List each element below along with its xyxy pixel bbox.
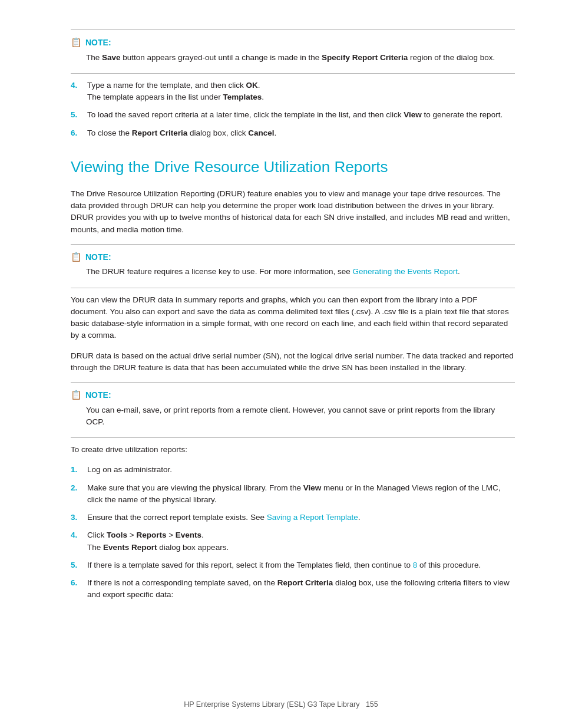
page: 📋 NOTE: The Save button appears grayed-o…	[0, 0, 562, 728]
step-3-num: 3.	[71, 512, 81, 523]
step-5: 5. To load the saved report criteria at …	[71, 109, 515, 121]
step-4: 4. Type a name for the template, and the…	[71, 80, 515, 104]
step-1: 1. Log on as administrator.	[71, 464, 515, 476]
divider-before-note3	[71, 382, 515, 383]
note-label-2: NOTE:	[85, 251, 111, 263]
section-intro: The Drive Resource Utilization Reporting…	[71, 188, 515, 236]
page-number: 155	[366, 700, 378, 709]
step-4-num: 4.	[71, 80, 81, 104]
step-2-view: View	[303, 483, 322, 492]
step-6: 6. To close the Report Criteria dialog b…	[71, 127, 515, 139]
generating-events-link[interactable]: Generating the Events Report	[352, 267, 458, 276]
step-4b-content: Click Tools > Reports > Events. The Even…	[87, 529, 515, 554]
note-icon-1: 📋	[71, 36, 82, 50]
step-5-num: 5.	[71, 109, 81, 121]
step-6-content: To close the Report Criteria dialog box,…	[87, 127, 515, 139]
steps-top: 4. Type a name for the template, and the…	[71, 80, 515, 139]
top-divider	[71, 29, 515, 30]
step-1-num: 1.	[71, 464, 81, 476]
steps-list: 1. Log on as administrator. 2. Make sure…	[71, 464, 515, 601]
note-body-3: You can e-mail, save, or print reports f…	[71, 404, 515, 429]
step-4-ok: OK	[246, 81, 257, 90]
step-6b: 6. If there is not a corresponding templ…	[71, 577, 515, 601]
step-4b-reports: Reports	[136, 531, 166, 539]
divider-after-note2	[71, 288, 515, 288]
step-5-view: View	[404, 110, 422, 119]
step-4-content: Type a name for the template, and then c…	[87, 80, 515, 104]
divider-before-note2	[71, 244, 515, 245]
step-6b-content: If there is not a corresponding template…	[87, 577, 515, 601]
step-2-content: Make sure that you are viewing the physi…	[87, 482, 515, 506]
step-6-num: 6.	[71, 127, 81, 139]
page-footer: HP Enterprise Systems Library (ESL) G3 T…	[0, 699, 562, 710]
note-header-2: 📋 NOTE:	[71, 251, 515, 264]
note-label-3: NOTE:	[85, 389, 111, 401]
step-2: 2. Make sure that you are viewing the ph…	[71, 482, 515, 506]
step-4b: 4. Click Tools > Reports > Events. The E…	[71, 529, 515, 554]
step-6-cancel: Cancel	[248, 129, 274, 137]
footer-text: HP Enterprise Systems Library (ESL) G3 T…	[184, 700, 359, 709]
step-4b-events-report: Events Report	[103, 543, 157, 552]
step-4b-events: Events	[176, 531, 201, 539]
step-6b-num: 6.	[71, 577, 81, 601]
step-5b-content: If there is a template saved for this re…	[87, 559, 515, 571]
instructions-intro: To create drive utilization reports:	[71, 444, 515, 456]
step-6-criteria: Report Criteria	[132, 129, 188, 137]
section-title: Viewing the Drive Resource Utilization R…	[71, 156, 515, 179]
step-1-content: Log on as administrator.	[87, 464, 515, 476]
step-4b-num: 4.	[71, 529, 81, 554]
divider-after-note1	[71, 73, 515, 74]
divider-after-note3	[71, 437, 515, 438]
note-box-3: 📋 NOTE: You can e-mail, save, or print r…	[71, 388, 515, 428]
note-label-1: NOTE:	[85, 37, 111, 49]
para-2: You can view the DRUR data in summary re…	[71, 294, 515, 342]
step-5b-link[interactable]: 8	[413, 561, 418, 569]
step-2-num: 2.	[71, 482, 81, 506]
note-icon-2: 📋	[71, 251, 82, 264]
note-box-2: 📋 NOTE: The DRUR feature requires a lice…	[71, 251, 515, 278]
step-3: 3. Ensure that the correct report templa…	[71, 512, 515, 523]
step-6b-criteria: Report Criteria	[277, 578, 333, 587]
saving-template-link[interactable]: Saving a Report Template	[267, 513, 358, 522]
note-body-1: The Save button appears grayed-out until…	[71, 52, 515, 64]
step-5b-num: 5.	[71, 559, 81, 571]
note-box-1: 📋 NOTE: The Save button appears grayed-o…	[71, 36, 515, 64]
note-body-2: The DRUR feature requires a license key …	[71, 266, 515, 278]
step-4b-tools: Tools	[107, 531, 127, 539]
para-3: DRUR data is based on the actual drive s…	[71, 350, 515, 374]
step-5-content: To load the saved report criteria at a l…	[87, 109, 515, 121]
note-header-1: 📋 NOTE:	[71, 36, 515, 50]
note-header-3: 📋 NOTE:	[71, 388, 515, 402]
note1-specify-bold: Specify Report Criteria	[322, 53, 408, 62]
step-3-content: Ensure that the correct report template …	[87, 512, 515, 523]
note1-save-bold: Save	[102, 53, 121, 62]
note-icon-3: 📋	[71, 388, 82, 402]
step-5b: 5. If there is a template saved for this…	[71, 559, 515, 571]
step-4-templates: Templates	[223, 93, 262, 101]
